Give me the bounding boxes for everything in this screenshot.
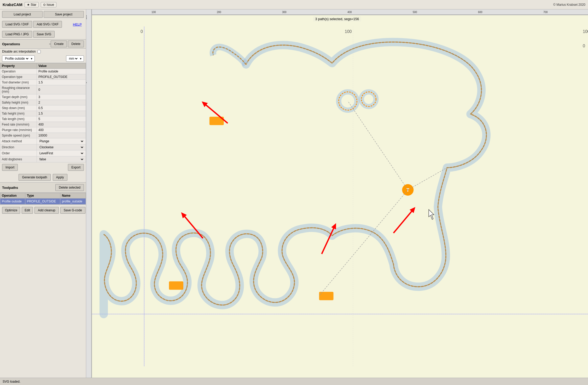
main-layout: Load project Save project Load SVG / DXF… [0,9,588,378]
disable-arc-label: Disable arc interpolation [2,50,36,53]
load-svg-dxf-button[interactable]: Load SVG / DXF [2,21,32,28]
property-select[interactable]: LevelFirstPathFirst [38,151,84,155]
svg-rect-12 [92,26,588,366]
property-row: Tab height (mm)1.5 [0,111,86,116]
unit-select-box[interactable]: mm in ▼ [66,55,84,62]
svg-dxf-buttons-row: Load SVG / DXF Add SVG / DXF HELP [0,19,86,29]
property-row: Plunge rate (mm/min)400 [0,127,86,133]
generate-row: Generate toolpath Apply [0,172,86,182]
tp-operation-header: Operation [0,193,25,199]
titlebar-left: KrabzCAM ★ Star ⊙ Issue [3,2,56,7]
save-project-button[interactable]: Save project [44,11,84,18]
help-link[interactable]: HELP [71,21,84,28]
property-name: Target depth (mm) [0,94,37,100]
property-name: Add dogbones [0,156,37,162]
svg-text:100: 100 [152,11,156,14]
property-row: Operation typePROFILE_OUTSIDE [0,74,86,80]
svg-text:100: 100 [345,29,352,34]
issue-button[interactable]: ⊙ Issue [41,2,56,7]
svg-text:100: 100 [86,15,87,19]
disable-arc-checkbox[interactable] [37,50,41,53]
tp-cell-type: PROFILE_OUTSIDE [25,199,60,205]
property-select[interactable]: ClockwiseCounter-clockwise [38,145,84,149]
delete-selected-button[interactable]: Delete selected [55,184,84,191]
property-row: Target depth (mm)3 [0,94,86,100]
export-button[interactable]: Export [68,164,84,171]
property-name: Direction [0,144,37,150]
property-value: 0.5 [37,105,86,111]
property-value: 400 [37,122,86,127]
svg-text:0: 0 [86,82,87,83]
property-row: Roughing clearance (mm)0 [0,85,86,94]
save-gcode-button[interactable]: Save G-code [60,207,85,214]
toolpath-row[interactable]: Profile outsidePROFILE_OUTSIDEprofile_ou… [0,199,86,205]
create-button[interactable]: Create [51,41,67,47]
ruler-vertical: 100 0 [86,9,92,378]
property-value: PROFILE_OUTSIDE [37,74,86,80]
tp-name-header: Name [60,193,86,199]
operations-collapse-button[interactable]: − [49,42,51,46]
star-button[interactable]: ★ Star [25,2,39,7]
toolpaths-title: Toolpaths [2,186,18,190]
toolpath-rows: Profile outsidePROFILE_OUTSIDEprofile_ou… [0,199,86,205]
load-png-jpg-button[interactable]: Load PNG / JPG [2,31,32,38]
profile-chevron-icon: ▼ [30,57,33,60]
property-name: Roughing clearance (mm) [0,85,37,94]
unit-select[interactable]: mm in [68,56,78,61]
property-value: 1.5 [37,111,86,116]
toolpaths-header: Toolpaths Delete selected [0,182,86,193]
delete-button[interactable]: Delete [68,41,84,47]
tp-cell-operation: Profile outside [0,199,25,205]
property-name: Tab length (mm) [0,116,37,122]
bottom-actions: Optimize Edit Add cleanup Save G-code [0,205,86,216]
apply-button[interactable]: Apply [53,174,67,181]
property-value: 3 [37,94,86,100]
property-select[interactable]: PlungeRamp [38,139,84,143]
svg-text:600: 600 [478,11,482,14]
profile-select-box[interactable]: Profile outside Profile inside Pocket Dr… [2,55,35,62]
property-row: Spindle speed (rpm)10000 [0,133,86,138]
property-value[interactable]: falsetrue [37,156,86,162]
tp-cell-name: profile_outside [60,199,86,205]
canvas-area[interactable]: 0 100 200 300 400 500 600 700 100 0 3 pa… [86,9,588,378]
property-row: DirectionClockwiseCounter-clockwise [0,144,86,150]
property-select[interactable]: falsetrue [38,157,84,161]
png-svg-buttons-row: Load PNG / JPG Save SVG [0,29,86,39]
property-row: Feed rate (mm/min)400 [0,122,86,127]
value-col-header: Value [37,63,86,69]
property-row: Tool diameter (mm)1.5 [0,80,86,85]
svg-text:100: 100 [583,29,588,34]
property-row: OperationProfile outside [0,69,86,74]
add-cleanup-button[interactable]: Add cleanup [34,207,59,214]
svg-text:0: 0 [583,44,585,48]
property-name: Operation type [0,74,37,80]
load-project-button[interactable]: Load project [2,11,43,18]
edit-button[interactable]: Edit [22,207,33,214]
profile-select[interactable]: Profile outside Profile inside Pocket Dr… [4,56,29,61]
property-name: Tool diameter (mm) [0,80,37,85]
import-button[interactable]: Import [2,164,18,171]
property-rows: OperationProfile outsideOperation typePR… [0,69,86,162]
arc-interpolation-row: Disable arc interpolation [0,49,86,54]
optimize-button[interactable]: Optimize [2,207,20,214]
property-name: Plunge rate (mm/min) [0,127,37,133]
property-value[interactable]: ClockwiseCounter-clockwise [37,144,86,150]
svg-text:400: 400 [347,11,352,14]
property-row: Tab length (mm)5 [0,116,86,122]
property-value: 2 [37,100,86,105]
add-svg-dxf-button[interactable]: Add SVG / DXF [33,21,62,28]
svg-text:0: 0 [141,29,143,34]
property-name: Tab height (mm) [0,111,37,116]
svg-text:500: 500 [413,11,417,14]
property-name: Spindle speed (rpm) [0,133,37,138]
property-value[interactable]: LevelFirstPathFirst [37,150,86,156]
canvas-svg[interactable]: 0 100 100 0 [92,15,588,378]
toolpath-table: Operation Type Name Profile outsidePROFI… [0,193,86,205]
property-table: Property Value OperationProfile outsideO… [0,63,86,162]
statusbar: SVG loaded. [0,378,588,385]
generate-toolpath-button[interactable]: Generate toolpath [19,174,50,181]
save-svg-button[interactable]: Save SVG [33,31,55,38]
property-value[interactable]: PlungeRamp [37,138,86,144]
property-value: Profile outside [37,69,86,74]
property-value: 5 [37,116,86,122]
